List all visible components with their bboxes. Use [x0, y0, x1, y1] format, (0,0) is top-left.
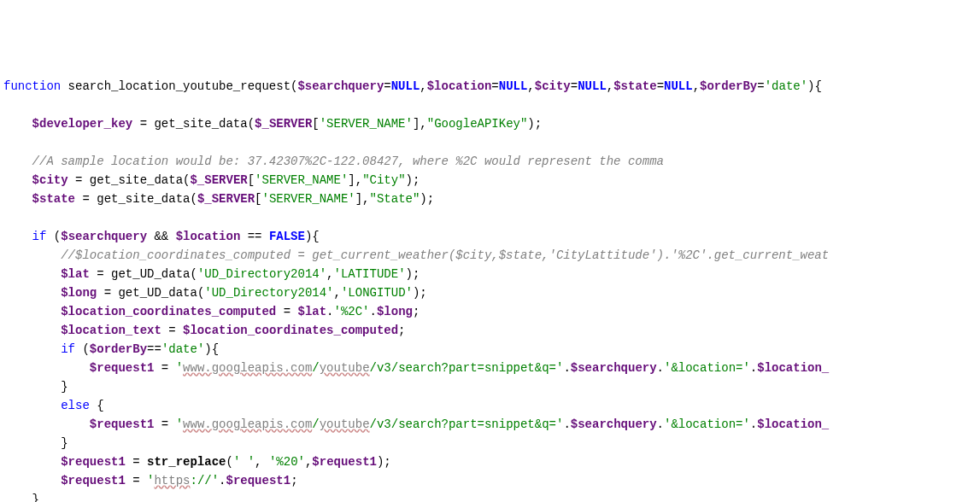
code-line: } [3, 493, 39, 502]
code-line: $location_coordinates_computed = $lat.'%… [3, 305, 420, 318]
code-line: if ($orderBy=='date'){ [3, 342, 219, 356]
code-line: $developer_key = get_site_data($_SERVER[… [3, 117, 542, 131]
code-line: $long = get_UD_data('UD_Directory2014','… [3, 286, 427, 300]
code-line: else { [3, 399, 104, 412]
code-line: $request1 = str_replace(' ', '%20',$requ… [3, 455, 391, 469]
code-line: } [3, 436, 68, 450]
code-line: $lat = get_UD_data('UD_Directory2014','L… [3, 267, 420, 281]
code-line: $request1 = 'https://'.$request1; [3, 474, 298, 487]
code-line: $location_text = $location_coordinates_c… [3, 324, 406, 337]
code-line: if ($searchquery && $location == FALSE){ [3, 230, 320, 243]
code-line: $state = get_site_data($_SERVER['SERVER_… [3, 192, 434, 206]
code-editor[interactable]: function search_location_youtube_request… [0, 75, 980, 502]
code-line: $request1 = 'www.googleapis.com/youtube/… [3, 417, 829, 431]
code-line: //$location_coordinates_computed = get_c… [3, 248, 829, 262]
code-line: $city = get_site_data($_SERVER['SERVER_N… [3, 173, 420, 187]
code-line: } [3, 380, 68, 394]
code-line: function search_location_youtube_request… [3, 79, 822, 93]
code-line: //A sample location would be: 37.42307%2… [3, 155, 664, 168]
code-line: $request1 = 'www.googleapis.com/youtube/… [3, 361, 829, 375]
